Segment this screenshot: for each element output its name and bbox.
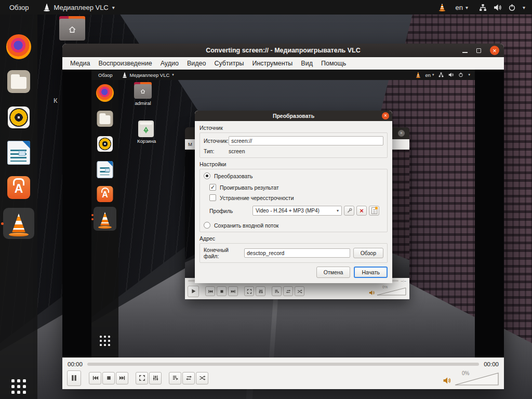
cancel-button[interactable]: Отмена: [316, 267, 351, 278]
seek-bar[interactable]: [87, 363, 479, 366]
next-button[interactable]: [116, 372, 128, 384]
vlc-tray-icon[interactable]: [438, 4, 445, 11]
activities-button[interactable]: Обзор: [9, 4, 29, 11]
menu-tools[interactable]: Инструменты: [248, 58, 297, 69]
keep-stream-row[interactable]: Сохранить входной поток: [204, 222, 383, 229]
next-button: [228, 286, 238, 296]
deinterlace-checkbox[interactable]: [209, 194, 216, 201]
keep-stream-radio[interactable]: [204, 222, 210, 229]
convert-radio[interactable]: [204, 172, 210, 179]
inner-home-folder: admiral: [134, 84, 152, 106]
source-group-title: Источник: [200, 125, 388, 131]
volume-icon: [448, 72, 454, 77]
dock-item-vlc[interactable]: [3, 208, 34, 239]
inner-menu-fragment: М: [188, 141, 192, 147]
minimize-button[interactable]: [462, 52, 468, 53]
new-profile-button[interactable]: [369, 206, 379, 216]
extended-settings-button[interactable]: [149, 372, 162, 384]
top-bar: Обзор Медиаплеер VLC ▾ en▾ ▾: [0, 0, 532, 15]
volume-percent: 0%: [462, 370, 469, 376]
volume-slider[interactable]: [455, 371, 499, 385]
delete-icon: ×: [360, 207, 364, 214]
dock-item-libreoffice-writer[interactable]: [7, 141, 30, 165]
menu-view[interactable]: Вид: [297, 58, 317, 69]
stop-button[interactable]: [102, 372, 115, 384]
vlc-icon: [3, 208, 34, 239]
chevron-down-icon: ▾: [337, 208, 339, 213]
dock-item-vlc: [94, 207, 116, 231]
menu-subtitles[interactable]: Субтитры: [210, 58, 248, 69]
profile-label: Профиль: [209, 208, 252, 214]
menu-help[interactable]: Помощь: [317, 58, 350, 69]
address-group: Конечный файл: Обзор: [200, 243, 388, 263]
volume-icon[interactable]: [494, 4, 501, 11]
dialog-titlebar[interactable]: Преобразовать ×: [195, 111, 392, 121]
desktop-trash-label-clipped: К: [54, 97, 58, 104]
dock-item-ubuntu-software[interactable]: [7, 176, 30, 199]
inner-trash: Корзина: [137, 121, 155, 144]
dialog-close-button[interactable]: ×: [382, 112, 389, 119]
network-icon[interactable]: [479, 4, 487, 11]
keep-stream-label: Сохранить входной поток: [214, 222, 278, 229]
play-result-row[interactable]: ✓ Проигрывать результат: [209, 184, 383, 191]
menu-media[interactable]: Медиа: [66, 58, 94, 69]
dock-item-firefox: [96, 84, 114, 102]
recycle-icon: [142, 126, 150, 135]
new-profile-icon: [371, 207, 377, 214]
inner-top-bar: Обзор Медиаплеер VLC ▾ en▾ ▾: [91, 70, 475, 80]
dock-item-rhythmbox[interactable]: [8, 107, 30, 128]
chevron-down-icon: ▾: [468, 73, 470, 77]
time-elapsed: 00:00: [68, 361, 83, 367]
source-input[interactable]: [229, 136, 383, 145]
chevron-down-icon[interactable]: ▾: [523, 5, 525, 10]
menu-playback[interactable]: Воспроизведение: [94, 58, 156, 69]
play-button: [188, 286, 199, 297]
keyboard-layout-indicator[interactable]: en▾: [455, 4, 468, 11]
source-label: Источник:: [204, 138, 229, 144]
browse-button[interactable]: Обзор: [353, 248, 383, 258]
loop-button[interactable]: [182, 372, 195, 384]
playlist-button[interactable]: [169, 372, 181, 384]
chevron-down-icon: ▾: [112, 5, 115, 10]
controls-bar: 00:00 00:00 0%: [62, 357, 504, 389]
playlist-button: [272, 286, 282, 296]
inner-volume: 0%: [369, 287, 407, 296]
shuffle-button[interactable]: [196, 372, 208, 384]
app-menu[interactable]: Медиаплеер VLC ▾: [44, 4, 115, 11]
profile-value: Video - H.264 + MP3 (MP4): [256, 208, 320, 214]
convert-radio-row[interactable]: Преобразовать: [204, 172, 383, 179]
dock-item-files[interactable]: [7, 70, 30, 93]
volume-control[interactable]: 0%: [443, 371, 499, 385]
files-icon: [7, 70, 30, 93]
power-icon[interactable]: [508, 4, 516, 11]
edit-profile-button[interactable]: [344, 206, 354, 216]
close-button[interactable]: ×: [490, 46, 499, 55]
inner-show-applications-button: [100, 336, 110, 346]
fullscreen-button[interactable]: [136, 372, 148, 384]
profile-select[interactable]: Video - H.264 + MP3 (MP4) ▾: [252, 206, 342, 216]
previous-button[interactable]: [89, 372, 101, 384]
delete-profile-button[interactable]: ×: [356, 206, 367, 216]
play-result-label: Проигрывать результат: [220, 184, 279, 191]
desktop-home-folder-icon[interactable]: [59, 19, 85, 41]
dock-item-ubuntu-software: [97, 186, 113, 202]
maximize-button[interactable]: [476, 48, 481, 53]
volume-slider: [377, 287, 407, 296]
menu-audio[interactable]: Аудио: [156, 58, 183, 69]
play-result-checkbox[interactable]: ✓: [209, 184, 216, 191]
previous-button: [205, 286, 215, 296]
window-titlebar[interactable]: Converting screen:// - Медиапроигрывател…: [62, 44, 504, 57]
deinterlace-row[interactable]: Устранение чересстрочности: [209, 194, 383, 201]
pause-button[interactable]: [67, 370, 81, 386]
shuffle-button: [295, 286, 304, 296]
inner-home-label: admiral: [134, 100, 152, 106]
inner-controls-bar: 0%: [185, 283, 409, 299]
dock-item-firefox[interactable]: [6, 34, 31, 59]
show-applications-button[interactable]: [11, 379, 26, 394]
menu-bar: Медиа Воспроизведение Аудио Видео Субтит…: [62, 57, 504, 70]
dest-file-input[interactable]: [244, 248, 350, 258]
source-group: Источник: Тип: screen: [200, 132, 388, 158]
start-button[interactable]: Начать: [354, 267, 388, 278]
menu-video[interactable]: Видео: [183, 58, 210, 69]
convert-radio-label: Преобразовать: [214, 173, 253, 179]
